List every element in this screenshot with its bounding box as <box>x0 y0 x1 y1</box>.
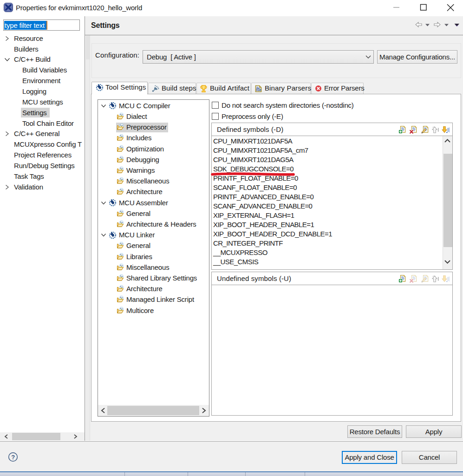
svg-text:?: ? <box>11 454 15 461</box>
svg-text:010: 010 <box>256 88 261 91</box>
